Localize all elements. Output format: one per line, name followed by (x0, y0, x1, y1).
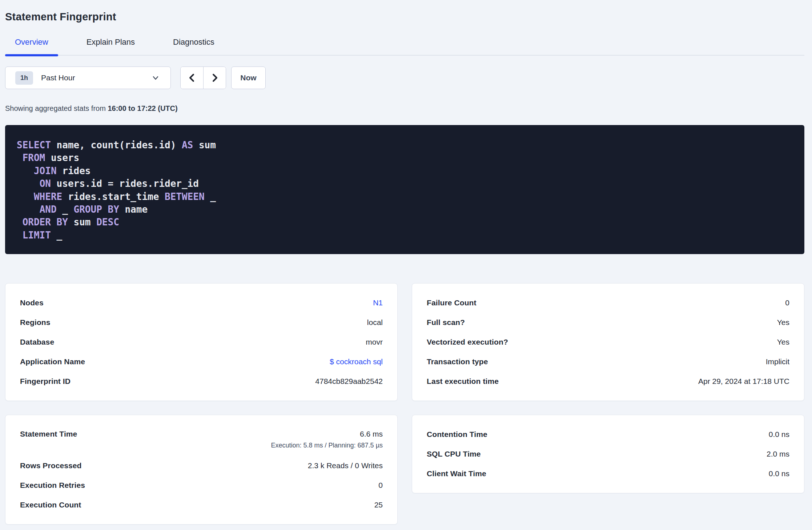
next-interval-button[interactable] (203, 67, 226, 89)
kv-value: 0.0 ns (769, 430, 789, 438)
kv-label: Execution Retries (20, 481, 85, 490)
summary-cards: NodesN1RegionslocalDatabasemovrApplicati… (5, 283, 804, 525)
sql-code-line: FROM users (17, 152, 793, 164)
kv-value: 0 (785, 298, 789, 307)
kv-row: Databasemovr (20, 332, 383, 352)
kv-row: Vectorized execution?Yes (427, 332, 789, 352)
statement-details-card: NodesN1RegionslocalDatabasemovrApplicati… (5, 283, 398, 401)
kv-row: Contention Time0.0 ns (427, 425, 789, 444)
kv-row: Regionslocal (20, 313, 383, 332)
aggregated-stats-prefix: Showing aggregated stats from (5, 104, 108, 112)
kv-value: 2.3 k Reads / 0 Writes (308, 461, 383, 470)
kv-row: Transaction typeImplicit (427, 352, 789, 372)
kv-value: Implicit (766, 357, 789, 366)
kv-row: Application Name$ cockroach sql (20, 352, 383, 372)
wait-times-card: Contention Time0.0 nsSQL CPU Time2.0 msC… (412, 415, 804, 493)
kv-row: Full scan?Yes (427, 313, 789, 332)
sql-code-line: LIMIT _ (17, 229, 793, 242)
kv-label: Contention Time (427, 430, 487, 439)
time-range-badge: 1h (15, 71, 33, 85)
kv-label: Vectorized execution? (427, 338, 508, 346)
kv-row: SQL CPU Time2.0 ms (427, 444, 789, 464)
kv-value: movr (366, 338, 383, 346)
kv-value: 25 (374, 501, 383, 509)
kv-row: Failure Count0 (427, 293, 789, 313)
kv-label: Execution Count (20, 501, 81, 509)
kv-subvalue: Execution: 5.8 ms / Planning: 687.5 µs (271, 442, 383, 449)
kv-row: Last execution timeApr 29, 2024 at 17:18… (427, 372, 789, 391)
time-step-buttons (180, 67, 226, 89)
kv-label: Database (20, 338, 54, 346)
time-range-picker[interactable]: 1h Past Hour (5, 67, 171, 89)
sql-code-line: WHERE rides.start_time BETWEEN _ (17, 190, 793, 203)
kv-value: Yes (777, 318, 789, 326)
sql-code-line: SELECT name, count(rides.id) AS sum (17, 139, 793, 152)
kv-row: NodesN1 (20, 293, 383, 313)
statement-fingerprint-page: Statement Fingerprint Overview Explain P… (0, 0, 812, 525)
sql-code-line: ON users.id = rides.rider_id (17, 177, 793, 190)
kv-value: Apr 29, 2024 at 17:18 UTC (698, 377, 789, 385)
kv-value: 4784cb829aab2542 (315, 377, 383, 385)
kv-row: Rows Processed2.3 k Reads / 0 Writes (20, 456, 383, 475)
kv-label: Nodes (20, 298, 44, 307)
tab-explain-plans[interactable]: Explain Plans (77, 37, 145, 55)
aggregated-stats-range: 16:00 to 17:22 (UTC) (108, 104, 177, 112)
time-range-label: Past Hour (41, 73, 152, 82)
kv-value: 6.6 ms (360, 430, 383, 438)
kv-label: Full scan? (427, 318, 465, 327)
kv-label: Fingerprint ID (20, 377, 71, 386)
kv-row: Client Wait Time0.0 ns (427, 464, 789, 483)
chevron-left-icon (187, 73, 197, 83)
now-button[interactable]: Now (231, 67, 266, 89)
kv-value-link[interactable]: $ cockroach sql (330, 357, 383, 366)
kv-label: Application Name (20, 357, 85, 366)
kv-label: SQL CPU Time (427, 450, 481, 458)
kv-label: Transaction type (427, 357, 488, 366)
kv-label: Client Wait Time (427, 469, 486, 478)
execution-attributes-card: Failure Count0Full scan?YesVectorized ex… (412, 283, 804, 401)
kv-value-link[interactable]: N1 (373, 298, 383, 307)
tabbar: Overview Explain Plans Diagnostics (5, 37, 804, 56)
timing-stats-card: Statement Time6.6 msExecution: 5.8 ms / … (5, 415, 398, 525)
kv-label: Statement Time (20, 430, 77, 438)
kv-row: Execution Retries0 (20, 475, 383, 495)
aggregated-stats-line: Showing aggregated stats from 16:00 to 1… (5, 104, 804, 113)
kv-value: local (367, 318, 383, 326)
chevron-right-icon (210, 73, 220, 83)
sql-code-line: AND _ GROUP BY name (17, 203, 793, 216)
page-title: Statement Fingerprint (5, 11, 804, 23)
kv-row: Statement Time6.6 msExecution: 5.8 ms / … (20, 425, 383, 456)
previous-interval-button[interactable] (181, 67, 203, 89)
tab-overview[interactable]: Overview (5, 37, 58, 55)
kv-label: Failure Count (427, 298, 477, 307)
kv-row: Fingerprint ID4784cb829aab2542 (20, 372, 383, 391)
time-controls: 1h Past Hour Now (5, 67, 804, 89)
sql-code-line: JOIN rides (17, 165, 793, 177)
kv-value: 0.0 ns (769, 469, 789, 478)
tab-diagnostics[interactable]: Diagnostics (163, 37, 224, 55)
chevron-down-icon (152, 74, 160, 82)
kv-value: 2.0 ms (767, 450, 789, 458)
kv-value: 0 (378, 481, 383, 489)
statement-sql-box: SELECT name, count(rides.id) AS sum FROM… (5, 125, 804, 254)
kv-label: Rows Processed (20, 461, 81, 470)
kv-label: Regions (20, 318, 51, 327)
kv-row: Execution Count25 (20, 495, 383, 515)
kv-value: Yes (777, 338, 789, 346)
kv-label: Last execution time (427, 377, 499, 386)
sql-code-line: ORDER BY sum DESC (17, 216, 793, 229)
